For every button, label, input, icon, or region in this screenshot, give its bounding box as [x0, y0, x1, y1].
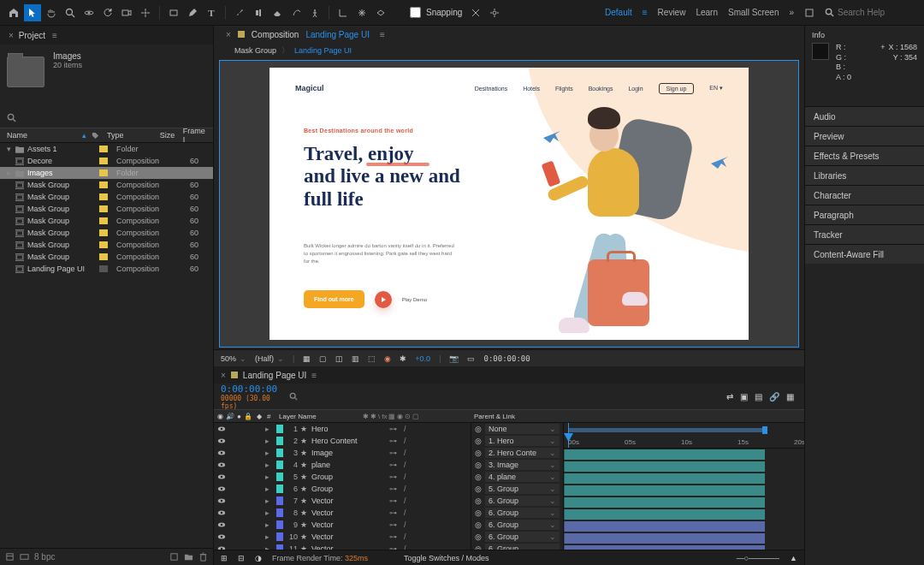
parent-select[interactable]: 6. Group⌄: [485, 544, 560, 550]
tl-footer-icon[interactable]: —○————: [737, 554, 779, 562]
tl-footer-icon[interactable]: ⊟: [238, 554, 245, 562]
close-icon[interactable]: ×: [221, 371, 226, 380]
layer-switches[interactable]: ⊶/: [389, 449, 453, 457]
expand-icon[interactable]: ▸: [265, 425, 274, 433]
label-header-icon[interactable]: ◆: [257, 413, 267, 420]
color-tag[interactable]: [99, 205, 108, 212]
pickwhip-icon[interactable]: ◎: [475, 520, 482, 529]
close-icon[interactable]: ×: [226, 30, 231, 39]
visibility-toggle[interactable]: [217, 485, 226, 493]
layer-bar[interactable]: [564, 521, 765, 532]
track-row[interactable]: [564, 449, 804, 461]
layer-row[interactable]: ▸2★Hero Content⊶/: [214, 435, 471, 447]
pickwhip-icon[interactable]: ◎: [475, 437, 482, 445]
brush-tool-icon[interactable]: [231, 4, 248, 21]
expand-icon[interactable]: ▸: [265, 508, 274, 517]
parent-select[interactable]: 1. Hero⌄: [485, 436, 560, 446]
timecode[interactable]: 0:00:00:00 00000 (30.00 fps): [214, 382, 282, 412]
snap-opt1-icon[interactable]: [467, 4, 484, 21]
tl-footer-icon[interactable]: ⊞: [221, 554, 228, 562]
breadcrumb-item[interactable]: Mask Group: [234, 46, 276, 55]
layer-row[interactable]: ▸1★Hero⊶/: [214, 423, 471, 435]
work-area-bar[interactable]: [568, 428, 765, 432]
col-tag-icon[interactable]: [92, 132, 107, 140]
parent-select[interactable]: 4. plane⌄: [485, 472, 560, 482]
local-axis-icon[interactable]: [335, 4, 352, 21]
project-item[interactable]: Landing Page UIComposition60: [0, 263, 213, 275]
timeline-tracks[interactable]: 00s05s10s15s20s25s30s35s40s45s: [563, 423, 804, 550]
project-item[interactable]: Mask GroupComposition60: [0, 227, 213, 239]
world-axis-icon[interactable]: [353, 4, 370, 21]
layer-row[interactable]: ▸4★plane⊶/: [214, 459, 471, 471]
layer-row[interactable]: ▸8★Vector⊶/: [214, 507, 471, 519]
snap-opt2-icon[interactable]: [486, 4, 503, 21]
color-tag[interactable]: [99, 193, 108, 200]
pickwhip-icon[interactable]: ◎: [475, 449, 482, 457]
snapshot-icon[interactable]: 📷: [449, 354, 459, 363]
orbit-tool-icon[interactable]: [80, 4, 98, 21]
col-size[interactable]: Size: [160, 131, 180, 140]
layer-color-chip[interactable]: [276, 425, 283, 433]
snapping-checkbox[interactable]: [410, 7, 421, 18]
panel-menu-icon[interactable]: ≡: [380, 30, 385, 39]
parent-select[interactable]: 5. Group⌄: [485, 484, 560, 494]
vf-icon[interactable]: ▢: [319, 354, 327, 363]
col-parent[interactable]: Parent & Link: [474, 413, 515, 420]
track-row[interactable]: [564, 544, 804, 550]
lock-header-icon[interactable]: 🔒: [244, 413, 252, 420]
layer-switches[interactable]: ⊶/: [389, 461, 453, 469]
resolution-select[interactable]: (Half) ⌄: [255, 354, 284, 363]
color-tag[interactable]: [99, 217, 108, 224]
color-tag[interactable]: [99, 181, 108, 188]
layer-row[interactable]: ▸6★Group⊶/: [214, 483, 471, 495]
layer-bar[interactable]: [564, 461, 765, 472]
workspace-review[interactable]: Review: [658, 8, 686, 17]
expand-icon[interactable]: ▸: [265, 497, 274, 505]
project-search-input[interactable]: [20, 111, 206, 124]
layer-switches[interactable]: ⊶/: [389, 497, 453, 505]
vf-icon[interactable]: ▦: [303, 354, 311, 363]
side-panel-effects-presets[interactable]: Effects & Presets: [805, 146, 924, 165]
visibility-toggle[interactable]: [217, 425, 226, 433]
project-item[interactable]: Mask GroupComposition60: [0, 179, 213, 191]
project-item[interactable]: DecoreComposition60: [0, 155, 213, 167]
layer-switches[interactable]: ⊶/: [389, 437, 453, 445]
workspace-default[interactable]: Default: [605, 8, 632, 17]
col-type[interactable]: Type: [107, 131, 160, 140]
delete-icon[interactable]: [198, 552, 208, 562]
layer-bar[interactable]: [564, 449, 765, 460]
tl-footer-icon[interactable]: ▲: [790, 554, 797, 562]
layer-color-chip[interactable]: [276, 473, 283, 481]
parent-select[interactable]: 6. Group⌄: [485, 496, 560, 506]
visibility-toggle[interactable]: [217, 461, 226, 469]
layer-switches[interactable]: ⊶/: [389, 485, 453, 493]
layer-color-chip[interactable]: [276, 449, 283, 457]
pickwhip-icon[interactable]: ◎: [475, 425, 482, 433]
panel-menu-icon[interactable]: ≡: [311, 371, 317, 380]
new-comp-icon[interactable]: [169, 552, 179, 562]
sort-icon[interactable]: ▴: [82, 131, 86, 140]
vf-icon[interactable]: ▥: [352, 354, 359, 363]
visibility-toggle[interactable]: [217, 532, 226, 541]
parent-select[interactable]: 6. Group⌄: [485, 532, 560, 542]
zoom-tool-icon[interactable]: [62, 4, 79, 21]
expand-icon[interactable]: ▸: [265, 485, 274, 493]
visibility-toggle[interactable]: [217, 449, 226, 457]
parent-select[interactable]: 6. Group⌄: [485, 520, 560, 530]
close-icon[interactable]: ×: [9, 31, 14, 40]
workspace-small[interactable]: Small Screen: [728, 8, 779, 17]
composition-viewer[interactable]: Magicul Desitnations Hotels Flights Book…: [219, 60, 799, 348]
speaker-header-icon[interactable]: 🔊: [226, 413, 234, 420]
project-item[interactable]: ▾Assets 1Folder: [0, 143, 213, 155]
color-tag[interactable]: [99, 229, 108, 236]
layer-bar[interactable]: [564, 509, 765, 520]
visibility-toggle[interactable]: [217, 497, 226, 505]
project-item[interactable]: Mask GroupComposition60: [0, 239, 213, 251]
tl-opt-icon[interactable]: ⇄: [726, 392, 733, 401]
expand-icon[interactable]: ▸: [265, 449, 274, 457]
anchor-tool-icon[interactable]: [137, 4, 154, 21]
expand-icon[interactable]: ▸: [265, 520, 274, 529]
track-row[interactable]: [564, 532, 804, 544]
zoom-select[interactable]: 50% ⌄: [221, 354, 246, 363]
layer-bar[interactable]: [564, 485, 765, 496]
